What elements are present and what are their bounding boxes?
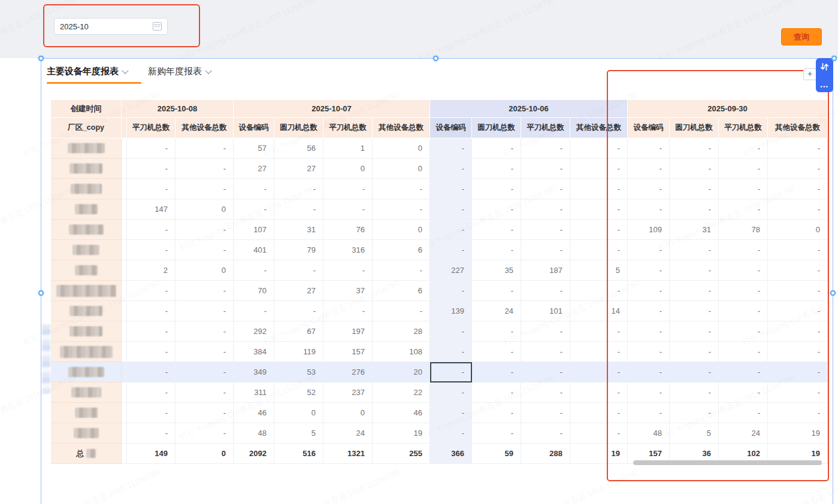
table-cell[interactable]: 0: [373, 220, 430, 240]
table-cell[interactable]: 19: [768, 423, 828, 444]
table-cell[interactable]: 384: [234, 342, 274, 362]
table-cell[interactable]: -: [127, 301, 176, 321]
table-cell[interactable]: 35: [472, 260, 521, 281]
table-cell[interactable]: -: [521, 179, 570, 199]
table-cell[interactable]: -: [570, 281, 628, 301]
table-cell[interactable]: -: [768, 301, 828, 321]
table-cell[interactable]: -: [570, 220, 628, 240]
table-cell[interactable]: 276: [323, 362, 373, 382]
table-cell[interactable]: -: [430, 342, 472, 362]
table-cell[interactable]: [122, 159, 127, 179]
table-cell[interactable]: -: [768, 240, 828, 260]
table-cell[interactable]: -: [373, 199, 430, 220]
table-cell[interactable]: -: [719, 179, 768, 199]
table-cell[interactable]: -: [472, 240, 521, 260]
table-cell[interactable]: 288: [521, 444, 570, 464]
row-name-redacted[interactable]: [51, 362, 122, 382]
row-name-redacted[interactable]: [51, 321, 122, 342]
table-cell[interactable]: -: [628, 301, 670, 321]
table-cell[interactable]: -: [472, 342, 521, 362]
table-cell[interactable]: -: [373, 260, 430, 281]
table-cell[interactable]: 0: [373, 138, 430, 159]
table-cell[interactable]: 19: [570, 444, 628, 464]
table-cell[interactable]: -: [176, 403, 234, 423]
table-cell[interactable]: -: [176, 301, 234, 321]
table-cell[interactable]: [122, 240, 127, 260]
table-cell[interactable]: -: [719, 138, 768, 159]
query-button[interactable]: 查询: [781, 28, 822, 45]
table-cell[interactable]: -: [628, 382, 670, 403]
table-cell[interactable]: -: [176, 342, 234, 362]
table-cell[interactable]: 78: [719, 220, 768, 240]
table-cell[interactable]: -: [430, 179, 472, 199]
table-cell[interactable]: -: [670, 159, 719, 179]
table-cell[interactable]: -: [628, 138, 670, 159]
table-cell[interactable]: -: [127, 159, 176, 179]
table-cell[interactable]: -: [472, 382, 521, 403]
table-cell[interactable]: [122, 362, 127, 382]
table-cell[interactable]: 1321: [323, 444, 373, 464]
row-name-redacted[interactable]: [51, 220, 122, 240]
table-cell[interactable]: -: [176, 159, 234, 179]
table-cell[interactable]: -: [274, 199, 323, 220]
table-cell[interactable]: -: [127, 220, 176, 240]
table-cell[interactable]: -: [768, 342, 828, 362]
table-cell[interactable]: -: [719, 382, 768, 403]
table-cell[interactable]: [122, 423, 127, 444]
table-cell[interactable]: -: [274, 260, 323, 281]
table-cell[interactable]: -: [719, 403, 768, 423]
table-cell[interactable]: [122, 321, 127, 342]
table-cell[interactable]: 5: [274, 423, 323, 444]
table-cell[interactable]: [122, 179, 127, 199]
table-cell[interactable]: -: [570, 179, 628, 199]
table-cell[interactable]: -: [670, 382, 719, 403]
table-cell[interactable]: -: [628, 281, 670, 301]
table-cell[interactable]: -: [670, 301, 719, 321]
table-cell[interactable]: -: [719, 321, 768, 342]
table-cell[interactable]: -: [768, 403, 828, 423]
table-cell[interactable]: 24: [472, 301, 521, 321]
table-cell[interactable]: 0: [323, 403, 373, 423]
table-cell[interactable]: -: [670, 179, 719, 199]
table-cell[interactable]: -: [234, 199, 274, 220]
table-cell[interactable]: -: [768, 260, 828, 281]
table-cell[interactable]: 22: [373, 382, 430, 403]
table-cell[interactable]: -: [768, 138, 828, 159]
table-cell[interactable]: -: [472, 199, 521, 220]
row-name-redacted[interactable]: [51, 159, 122, 179]
row-name-redacted[interactable]: [51, 281, 122, 301]
table-cell[interactable]: 237: [323, 382, 373, 403]
table-cell[interactable]: -: [127, 342, 176, 362]
table-cell[interactable]: -: [472, 138, 521, 159]
table-cell[interactable]: -: [719, 260, 768, 281]
table-cell[interactable]: 70: [234, 281, 274, 301]
table-cell[interactable]: 0: [323, 159, 373, 179]
table-cell[interactable]: [122, 220, 127, 240]
table-cell[interactable]: 139: [430, 301, 472, 321]
table-cell[interactable]: 108: [373, 342, 430, 362]
tab-main-equipment-annual-report[interactable]: 主要设备年度报表: [47, 66, 128, 77]
selection-handle-top-right[interactable]: [831, 56, 837, 61]
table-cell[interactable]: 6: [373, 240, 430, 260]
table-cell[interactable]: -: [176, 362, 234, 382]
table-cell[interactable]: -: [719, 301, 768, 321]
selection-handle-mid-right[interactable]: [830, 290, 836, 296]
table-cell[interactable]: 0: [176, 199, 234, 220]
table-cell[interactable]: -: [430, 403, 472, 423]
table-cell[interactable]: 67: [274, 321, 323, 342]
table-cell[interactable]: -: [670, 240, 719, 260]
table-cell[interactable]: -: [628, 321, 670, 342]
table-cell[interactable]: -: [768, 199, 828, 220]
table-cell[interactable]: [122, 260, 127, 281]
table-cell[interactable]: 56: [274, 138, 323, 159]
table-cell[interactable]: 59: [472, 444, 521, 464]
table-cell[interactable]: -: [127, 403, 176, 423]
table-cell[interactable]: -: [628, 179, 670, 199]
row-name-redacted[interactable]: [51, 301, 122, 321]
table-cell[interactable]: 57: [234, 138, 274, 159]
table-cell[interactable]: -: [472, 220, 521, 240]
table-cell[interactable]: [122, 382, 127, 403]
table-cell[interactable]: [122, 199, 127, 220]
table-cell[interactable]: 227: [430, 260, 472, 281]
table-cell[interactable]: -: [176, 220, 234, 240]
